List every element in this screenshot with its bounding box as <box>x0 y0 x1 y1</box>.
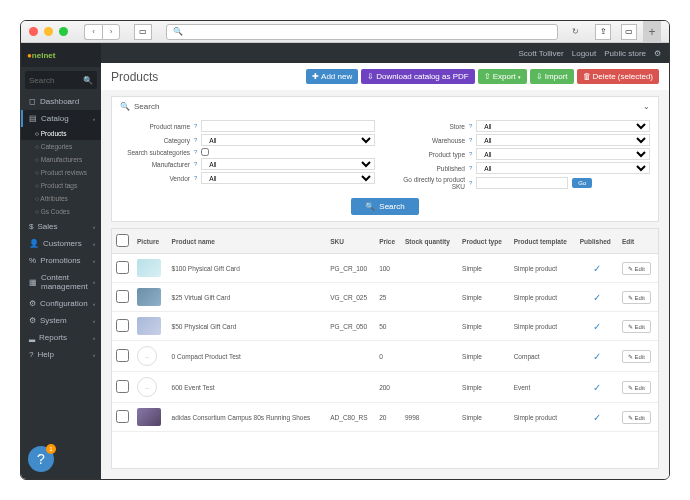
delete-selected-button[interactable]: 🗑Delete (selected) <box>577 69 659 84</box>
cell-price: 100 <box>375 254 401 283</box>
cell-stock <box>401 254 458 283</box>
sidebar-sub-attributes[interactable]: ○ Attributes <box>21 192 101 205</box>
forward-button[interactable]: › <box>102 24 120 40</box>
sidebar-sub-product-reviews[interactable]: ○ Product reviews <box>21 166 101 179</box>
store-select[interactable]: All <box>476 120 650 132</box>
product-thumbnail <box>137 408 161 426</box>
cell-sku: PG_CR_100 <box>326 254 375 283</box>
cell-name: $25 Virtual Gift Card <box>168 283 327 312</box>
search-form: Product name? Category?All Search subcat… <box>112 116 658 192</box>
cell-price: 0 <box>375 341 401 372</box>
sidebar-item-sales[interactable]: $Sales‹ <box>21 218 101 235</box>
sidebar-item-configuration[interactable]: ⚙Configuration‹ <box>21 295 101 312</box>
edit-button[interactable]: ✎ Edit <box>622 350 651 363</box>
warehouse-select[interactable]: All <box>476 134 650 146</box>
tabs-icon[interactable]: ▭ <box>621 24 637 40</box>
sidebar-toggle-icon[interactable]: ▭ <box>134 24 152 40</box>
page-title: Products <box>111 70 158 84</box>
import-button[interactable]: ⇩Import <box>530 69 574 84</box>
help-fab[interactable]: ? 1 <box>28 446 54 472</box>
select-all-checkbox[interactable] <box>116 234 129 247</box>
back-button[interactable]: ‹ <box>84 24 102 40</box>
logout-link[interactable]: Logout <box>572 49 596 58</box>
share-icon[interactable]: ⇪ <box>595 24 611 40</box>
close-window-icon[interactable] <box>29 27 38 36</box>
sidebar-icon: ▦ <box>29 278 37 287</box>
edit-button[interactable]: ✎ Edit <box>622 291 651 304</box>
cell-published: ✓ <box>576 372 618 403</box>
vendor-select[interactable]: All <box>201 172 375 184</box>
row-checkbox[interactable] <box>116 380 129 393</box>
cell-price: 50 <box>375 312 401 341</box>
sidebar-item-customers[interactable]: 👤Customers‹ <box>21 235 101 252</box>
add-new-button[interactable]: ✚Add new <box>306 69 358 84</box>
sidebar-sub-products[interactable]: ○ Products <box>21 127 101 140</box>
sidebar-sub-categories[interactable]: ○ Categories <box>21 140 101 153</box>
published-select[interactable]: All <box>476 162 650 174</box>
download-pdf-button[interactable]: ⇩Download catalog as PDF <box>361 69 475 84</box>
row-checkbox[interactable] <box>116 290 129 303</box>
cell-stock <box>401 341 458 372</box>
cell-name: 0 Compact Product Test <box>168 341 327 372</box>
cell-published: ✓ <box>576 312 618 341</box>
settings-icon[interactable]: ⚙ <box>654 49 661 58</box>
go-button[interactable]: Go <box>572 178 592 188</box>
search-button[interactable]: 🔍Search <box>351 198 418 215</box>
sidebar-sub-product-tags[interactable]: ○ Product tags <box>21 179 101 192</box>
maximize-window-icon[interactable] <box>59 27 68 36</box>
manufacturer-select[interactable]: All <box>201 158 375 170</box>
export-button[interactable]: ⇧Export▾ <box>478 69 527 84</box>
cell-ptype: Simple <box>458 341 510 372</box>
sku-input[interactable] <box>476 177 568 189</box>
cell-sku: AD_C80_RS <box>326 403 375 432</box>
page-header: Products ✚Add new ⇩Download catalog as P… <box>101 63 669 90</box>
subcategories-checkbox[interactable] <box>201 148 209 156</box>
sidebar-item-system[interactable]: ⚙System‹ <box>21 312 101 329</box>
product-thumbnail <box>137 259 161 277</box>
cell-ptype: Simple <box>458 254 510 283</box>
sidebar-item-reports[interactable]: ▂Reports‹ <box>21 329 101 346</box>
sidebar-icon: ▤ <box>29 114 37 123</box>
cell-stock <box>401 312 458 341</box>
sidebar-search[interactable]: Search 🔍 <box>25 71 97 89</box>
main-content: Scott Tolliver Logout Public store ⚙ Pro… <box>101 43 669 479</box>
edit-button[interactable]: ✎ Edit <box>622 411 651 424</box>
cell-template: Event <box>510 372 576 403</box>
row-checkbox[interactable] <box>116 319 129 332</box>
browser-titlebar: ‹ › ▭ 🔍 ↻ ⇪ ▭ + <box>21 21 669 43</box>
edit-button[interactable]: ✎ Edit <box>622 381 651 394</box>
category-select[interactable]: All <box>201 134 375 146</box>
edit-button[interactable]: ✎ Edit <box>622 320 651 333</box>
app-container: ●nelnet Search 🔍 ◻Dashboard▤Catalog‹○ Pr… <box>21 43 669 479</box>
sidebar-item-catalog[interactable]: ▤Catalog‹ <box>21 110 101 127</box>
sidebar-sub-gs-codes[interactable]: ○ Gs Codes <box>21 205 101 218</box>
cell-template: Compact <box>510 341 576 372</box>
sidebar-item-dashboard[interactable]: ◻Dashboard <box>21 93 101 110</box>
product-type-select[interactable]: All <box>476 148 650 160</box>
new-tab-button[interactable]: + <box>643 21 661 43</box>
row-checkbox[interactable] <box>116 410 129 423</box>
sidebar-icon: ? <box>29 350 33 359</box>
cell-sku: VG_CR_025 <box>326 283 375 312</box>
cell-ptype: Simple <box>458 312 510 341</box>
cell-published: ✓ <box>576 403 618 432</box>
public-store-link[interactable]: Public store <box>604 49 646 58</box>
search-panel: 🔍 Search ⌄ Product name? Category?All Se… <box>111 96 659 222</box>
products-table: Picture Product name SKU Price Stock qua… <box>112 229 658 432</box>
chevron-down-icon: ⌄ <box>643 102 650 111</box>
search-panel-header[interactable]: 🔍 Search ⌄ <box>112 97 658 116</box>
sidebar-item-help[interactable]: ?Help‹ <box>21 346 101 363</box>
cell-ptype: Simple <box>458 403 510 432</box>
sidebar-item-promotions[interactable]: %Promotions‹ <box>21 252 101 269</box>
minimize-window-icon[interactable] <box>44 27 53 36</box>
sidebar-item-content-management[interactable]: ▦Content management‹ <box>21 269 101 295</box>
cell-name: $50 Physical Gift Card <box>168 312 327 341</box>
edit-button[interactable]: ✎ Edit <box>622 262 651 275</box>
cell-price: 20 <box>375 403 401 432</box>
sidebar-sub-manufacturers[interactable]: ○ Manufacturers <box>21 153 101 166</box>
refresh-icon[interactable]: ↻ <box>572 27 579 36</box>
product-name-input[interactable] <box>201 120 375 132</box>
row-checkbox[interactable] <box>116 261 129 274</box>
url-bar[interactable]: 🔍 <box>166 24 558 40</box>
row-checkbox[interactable] <box>116 349 129 362</box>
